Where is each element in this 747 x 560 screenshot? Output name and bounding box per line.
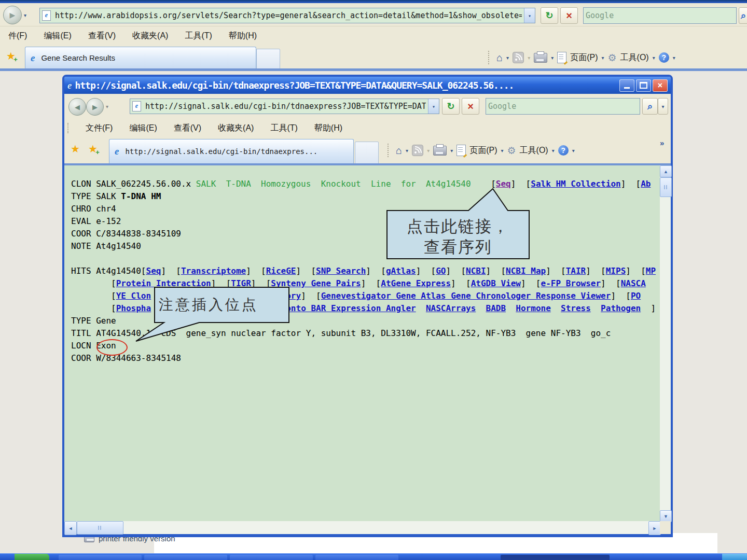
content-link[interactable]: RiceGE [266,266,296,276]
outer-menu-item-3[interactable]: 收藏夹(A) [124,26,176,46]
print-caret-icon[interactable]: ▾ [551,55,554,61]
content-link[interactable]: BADB [486,303,506,313]
gear-icon[interactable]: ⚙ [608,53,617,63]
popup-search-box[interactable] [486,98,640,115]
home-icon[interactable]: ⌂ [496,52,503,63]
outer-address-bar[interactable]: e ▾ [39,8,535,23]
maximize-button[interactable] [636,79,651,92]
outer-refresh-button[interactable]: ↻ [541,7,558,24]
scroll-up-button[interactable]: ▲ [660,165,672,177]
outer-menu-item-5[interactable]: 帮助(H) [220,26,265,46]
content-link[interactable]: NASCA [621,278,646,288]
content-link[interactable]: Salk HM Collection [531,179,620,189]
content-link[interactable]: SNP Search [316,266,366,276]
taskbar-button[interactable] [144,555,227,560]
popup-address-bar[interactable]: e ▾ [130,99,439,114]
home-icon[interactable]: ⌂ [396,145,402,156]
outer-history-caret-icon[interactable]: ▾ [24,12,26,18]
vertical-scrollbar[interactable]: ▲ ▼ [660,165,671,521]
page-menu-icon[interactable] [457,145,466,156]
tools-menu-label[interactable]: 工具(O) [620,52,649,63]
home-caret-icon[interactable]: ▾ [506,55,509,61]
content-link[interactable]: AtGene Express [381,278,451,288]
minimize-button[interactable] [619,79,634,92]
start-button[interactable] [15,554,49,560]
content-link[interactable]: Pathogen [601,303,641,313]
outer-back-button[interactable]: ▶ [3,6,22,24]
popup-menu-item-5[interactable]: 帮助(H) [306,119,351,138]
content-link[interactable]: MP [646,266,656,276]
close-button[interactable]: × [653,79,668,92]
popup-menu-item-2[interactable]: 查看(V) [165,119,210,138]
help-caret-icon[interactable]: ▾ [572,148,575,153]
print-icon[interactable] [534,53,547,63]
content-link[interactable]: onto BAR Expression Angler [286,303,416,313]
content-link[interactable]: PO [631,291,641,301]
content-link[interactable]: MIPS [606,266,626,276]
popup-menu-item-3[interactable]: 收藏夹(A) [210,119,262,138]
content-link[interactable]: gAtlas [386,266,416,276]
outer-search-input[interactable] [584,11,736,20]
tools-caret-icon[interactable]: ▾ [552,148,555,153]
print-caret-icon[interactable]: ▾ [450,148,453,153]
taskbar-button[interactable] [230,555,313,560]
help-icon[interactable]: ? [558,145,569,156]
outer-url-dropdown[interactable]: ▾ [524,8,535,23]
popup-back-button[interactable]: ◀ [68,98,86,116]
add-favorite-icon[interactable]: ★ [6,50,16,62]
outer-menu-item-2[interactable]: 查看(V) [80,26,124,46]
help-caret-icon[interactable]: ▾ [673,55,675,61]
taskbar[interactable] [0,553,747,560]
outer-search-box[interactable] [583,7,737,24]
tools-caret-icon[interactable]: ▾ [653,55,655,61]
content-link[interactable]: TAIR [566,266,586,276]
scroll-left-button[interactable]: ◄ [64,521,77,535]
content-link[interactable]: NASCArrays [426,303,476,313]
popup-title-bar[interactable]: e http://signal.salk.edu/cgi-bin/tdnaexp… [64,77,671,94]
help-icon[interactable]: ? [659,52,669,63]
outer-new-tab-stub[interactable] [256,49,280,69]
print-icon[interactable] [433,146,447,156]
popup-url-input[interactable] [143,102,428,111]
popup-new-tab-stub[interactable] [355,142,379,164]
popup-menu-item-4[interactable]: 工具(T) [262,119,306,138]
popup-active-tab[interactable]: e http://signal.salk.edu/cgi-bin/tdnaexp… [109,139,354,163]
outer-menu-item-0[interactable]: 件(F) [0,26,35,46]
popup-forward-button[interactable]: ▶ [86,98,104,116]
content-link[interactable]: e-FP Browser [541,278,601,288]
popup-refresh-button[interactable]: ↻ [442,98,460,115]
taskbar-button-active[interactable] [501,555,610,560]
popup-history-caret-icon[interactable]: ▾ [106,104,108,109]
outer-menu-item-1[interactable]: 编辑(E) [35,26,79,46]
content-link[interactable]: AtGDB View [471,278,521,288]
popup-search-button[interactable]: ⌕ [642,98,658,115]
content-link[interactable]: Genevestigator Gene Atlas Gene Chronolog… [321,291,611,301]
add-favorite-icon[interactable]: ★ [88,143,98,155]
horizontal-scrollbar[interactable]: ◄ ► [64,521,660,534]
horizontal-scroll-thumb[interactable] [77,521,123,535]
content-link[interactable]: NCBI [466,266,486,276]
gear-icon[interactable]: ⚙ [507,146,516,156]
vertical-scroll-thumb[interactable] [660,177,672,197]
content-link[interactable]: Ab [641,179,651,189]
content-link[interactable]: Transcriptome [181,266,246,276]
outer-url-input[interactable] [53,11,524,20]
page-caret-icon[interactable]: ▾ [602,55,604,61]
content-link[interactable]: NCBI Map [506,266,546,276]
page-menu-label[interactable]: 页面(P) [469,145,497,156]
outer-stop-button[interactable]: × [560,7,578,24]
popup-menu-item-1[interactable]: 编辑(E) [121,119,165,138]
popup-search-caret-button[interactable]: ▾ [658,98,668,115]
page-menu-label[interactable]: 页面(P) [570,52,598,63]
popup-menu-item-0[interactable]: 文件(F) [77,119,121,138]
toolbar-overflow-chevron[interactable]: » [660,138,664,147]
tools-menu-label[interactable]: 工具(O) [520,145,548,156]
taskbar-button[interactable] [315,555,398,560]
rss-icon[interactable] [513,52,524,63]
taskbar-button[interactable] [59,555,142,560]
home-caret-icon[interactable]: ▾ [406,148,408,153]
page-menu-icon[interactable] [557,52,566,63]
content-link[interactable]: GO [436,266,446,276]
popup-search-input[interactable] [486,102,640,111]
favorites-icon[interactable]: ★ [71,144,80,154]
